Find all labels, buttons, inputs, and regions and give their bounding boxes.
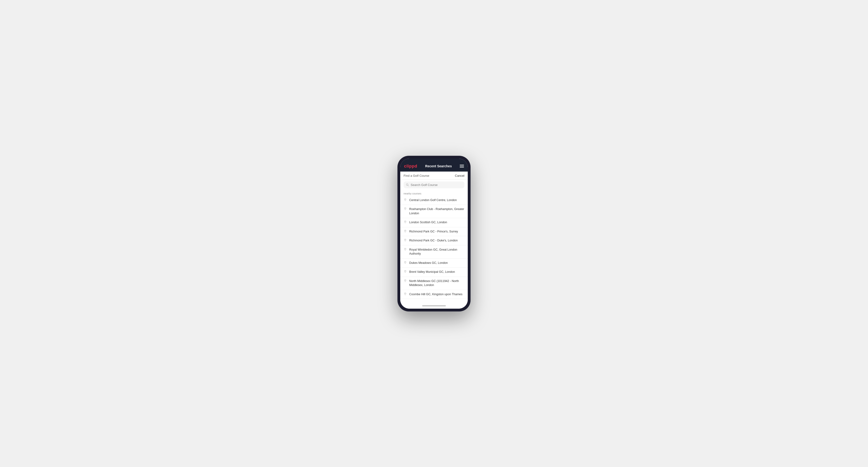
home-indicator [400,304,468,309]
svg-point-2 [405,199,406,199]
svg-point-3 [405,208,406,209]
course-list-item[interactable]: North Middlesex GC (1011942 - North Midd… [400,277,468,290]
course-list-item[interactable]: Royal Wimbledon GC, Great London Authori… [400,245,468,259]
cancel-button[interactable]: Cancel [455,174,464,178]
search-container [400,180,468,190]
course-name: London Scottish GC, London [409,220,447,225]
nearby-courses-header: Nearby courses [400,190,468,196]
find-bar: Find a Golf Course Cancel [400,172,468,180]
course-list-item[interactable]: Central London Golf Centre, London [400,196,468,205]
nearby-courses-section: Nearby courses Central London Golf Centr… [400,190,468,304]
search-icon [406,183,409,186]
course-list-item[interactable]: Roehampton Club - Roehampton, Greater Lo… [400,205,468,218]
location-pin-icon [404,270,407,274]
svg-point-6 [405,239,406,240]
app-logo: clippd [404,164,417,169]
location-pin-icon [404,198,407,202]
course-name: Richmond Park GC - Prince's, Surrey [409,229,458,234]
location-pin-icon [404,292,407,296]
svg-point-10 [405,280,406,281]
course-name: Central London Golf Centre, London [409,198,457,203]
course-name: North Middlesex GC (1011942 - North Midd… [409,279,464,287]
course-name: Coombe Hill GC, Kingston upon Thames [409,292,463,297]
location-pin-icon [404,208,407,211]
course-list-item[interactable]: Coombe Hill GC, Kingston upon Thames [400,290,468,299]
course-name: Royal Wimbledon GC, Great London Authori… [409,248,464,256]
status-bar [400,159,468,162]
svg-point-11 [405,293,406,294]
course-name: Richmond Park GC - Duke's, London [409,239,458,243]
course-list-item[interactable]: Dukes Meadows GC, London [400,259,468,268]
search-input[interactable] [411,183,462,187]
header-title: Recent Searches [425,164,452,168]
course-list-item[interactable]: London Scottish GC, London [400,218,468,227]
find-label: Find a Golf Course [404,174,429,178]
course-list-item[interactable]: Brent Valley Municipal GC, London [400,268,468,277]
course-name: Brent Valley Municipal GC, London [409,270,455,274]
svg-point-9 [405,271,406,271]
svg-point-8 [405,262,406,262]
location-pin-icon [404,279,407,283]
svg-point-7 [405,248,406,249]
app-header: clippd Recent Searches [400,162,468,172]
svg-point-5 [405,230,406,231]
hamburger-menu-icon[interactable] [460,165,464,167]
course-name: Dukes Meadows GC, London [409,261,448,265]
location-pin-icon [404,230,407,233]
location-pin-icon [404,248,407,251]
course-list-item[interactable]: Richmond Park GC - Duke's, London [400,236,468,245]
search-box [404,182,464,188]
course-name: Roehampton Club - Roehampton, Greater Lo… [409,207,464,215]
svg-line-1 [408,185,408,186]
location-pin-icon [404,221,407,224]
phone-screen: clippd Recent Searches Find a Golf Cours… [400,159,468,309]
location-pin-icon [404,239,407,242]
location-pin-icon [404,261,407,264]
svg-point-4 [405,221,406,222]
phone-frame: clippd Recent Searches Find a Golf Cours… [397,156,471,311]
course-list-item[interactable]: Richmond Park GC - Prince's, Surrey [400,227,468,237]
home-bar [422,305,446,306]
